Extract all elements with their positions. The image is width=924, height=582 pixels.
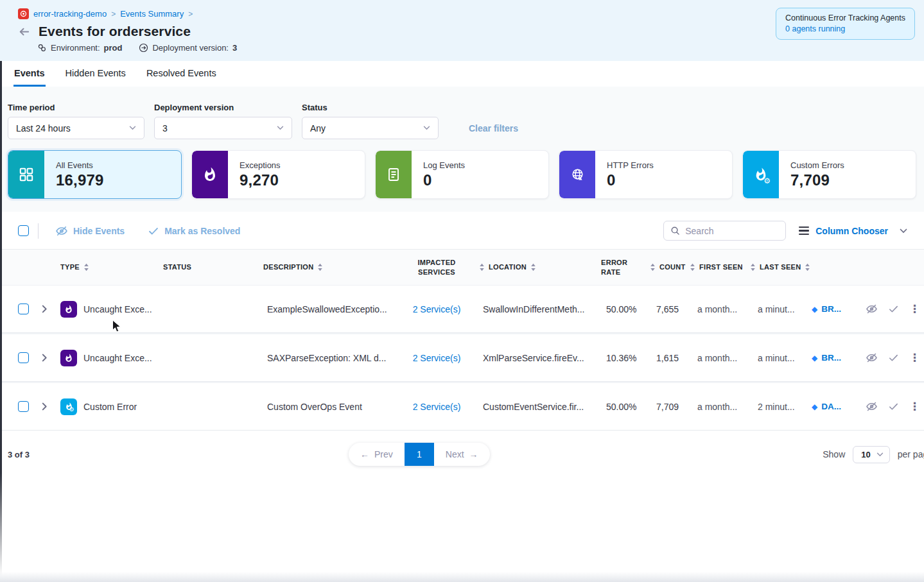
sort-icon[interactable] — [650, 263, 656, 271]
event-type-label: Custom Error — [83, 402, 137, 412]
hide-events-button[interactable]: Hide Events — [55, 225, 125, 237]
document-icon — [386, 167, 401, 182]
hamburger-icon — [799, 227, 809, 235]
jira-ticket-link[interactable]: ◆ BR... — [803, 353, 857, 363]
stat-card-icon: ⚙ — [743, 151, 779, 198]
sort-icon[interactable] — [317, 263, 323, 271]
flame-icon — [64, 305, 73, 314]
row-expand-chevron[interactable] — [33, 354, 55, 362]
row-checkbox[interactable] — [18, 304, 29, 314]
stat-cards-row: ⚙ All Events 16,979 ⚙ Exceptions 9,270 — [8, 150, 916, 199]
breadcrumb-link-project[interactable]: error-tracking-demo — [33, 9, 107, 19]
ticket-label: BR... — [821, 353, 841, 363]
table-row[interactable]: ⚙ Uncaught Exce... SAXParseException: XM… — [0, 334, 924, 382]
column-chooser-label: Column Chooser — [815, 226, 888, 236]
sort-icon[interactable] — [83, 263, 89, 271]
row-checkbox[interactable] — [18, 352, 29, 363]
gear-icon: ⚙ — [763, 177, 771, 185]
sort-icon[interactable] — [479, 263, 485, 271]
row-checkbox[interactable] — [18, 401, 29, 412]
stat-card-value: 16,979 — [56, 171, 104, 189]
breadcrumb-separator: > — [111, 10, 116, 19]
table-footer: 3 of 3 ← Prev 1 Next → Show 10 per page — [0, 442, 924, 466]
deployment-meta: Deployment version: 3 — [139, 43, 237, 53]
hide-event-icon[interactable] — [866, 400, 878, 413]
mark-resolved-button[interactable]: Mark as Resolved — [148, 225, 240, 237]
prev-page-button[interactable]: ← Prev — [349, 443, 405, 466]
back-arrow-icon[interactable] — [18, 26, 30, 38]
agents-running-link[interactable]: 0 agents running — [785, 24, 905, 33]
error-rate-value: 10.36% — [596, 353, 645, 363]
tab-label: Resolved Events — [146, 68, 216, 78]
impacted-services-link[interactable]: 2 Service(s) — [399, 353, 474, 363]
tab-events[interactable]: Events — [13, 61, 46, 87]
stat-card-label: Log Events — [423, 160, 465, 170]
column-header-type[interactable]: TYPE — [55, 262, 158, 271]
column-chooser-button[interactable]: Column Chooser — [799, 226, 907, 236]
column-header-label: ERROR RATE — [601, 258, 632, 277]
resolve-event-icon[interactable] — [888, 352, 899, 363]
sort-icon[interactable] — [530, 263, 536, 271]
column-header-last-seen[interactable]: LAST SEEN — [745, 262, 803, 271]
column-header-count[interactable]: COUNT — [645, 262, 684, 271]
search-icon — [670, 226, 680, 235]
select-all-checkbox[interactable] — [18, 225, 29, 236]
page-size-select[interactable]: 10 — [853, 446, 889, 463]
mark-resolved-label: Mark as Resolved — [164, 226, 240, 236]
column-header-description[interactable]: DESCRIPTION — [258, 262, 399, 271]
jira-ticket-link[interactable]: ◆ BR... — [803, 304, 857, 314]
tab-resolved-events[interactable]: Resolved Events — [146, 61, 217, 87]
time-period-label: Time period — [8, 103, 144, 112]
row-expand-chevron[interactable] — [33, 305, 55, 313]
stat-card-custom-errors[interactable]: ⚙ Custom Errors 7,709 — [742, 150, 916, 199]
resolve-event-icon[interactable] — [888, 304, 899, 314]
table-row[interactable]: ⚙ Custom Error Custom OverOps Event 2 Se… — [0, 383, 924, 431]
row-expand-chevron[interactable] — [33, 402, 55, 411]
next-page-button[interactable]: Next → — [434, 443, 490, 466]
impacted-services-link[interactable]: 2 Service(s) — [399, 402, 474, 412]
hide-event-icon[interactable] — [866, 303, 878, 315]
row-menu-icon[interactable]: ⋮ — [909, 401, 920, 412]
chevron-down-icon — [900, 228, 907, 234]
column-header-impacted-services[interactable]: IMPACTED SERVICES — [399, 258, 474, 277]
chevron-down-icon — [129, 126, 136, 130]
hide-event-icon[interactable] — [866, 352, 878, 364]
impacted-services-link[interactable]: 2 Service(s) — [399, 304, 474, 314]
stat-card-value: 0 — [607, 171, 654, 189]
row-menu-icon[interactable]: ⋮ — [909, 352, 920, 363]
page-size-value: 10 — [861, 450, 870, 459]
column-header-error-rate[interactable]: ERROR RATE — [596, 258, 645, 277]
stat-card-log-events[interactable]: ⚙ Log Events 0 — [375, 150, 549, 199]
resolve-event-icon[interactable] — [888, 401, 899, 412]
deployment-version-select[interactable]: 3 — [154, 117, 292, 139]
row-menu-icon[interactable]: ⋮ — [909, 304, 920, 314]
search-box[interactable] — [663, 221, 786, 241]
sort-icon[interactable] — [805, 263, 810, 271]
stat-card-label: All Events — [56, 160, 104, 170]
status-label: Status — [302, 103, 439, 112]
current-page-button[interactable]: 1 — [405, 443, 434, 466]
stat-card-value: 9,270 — [240, 171, 281, 189]
column-header-label: LOCATION — [489, 262, 527, 271]
search-input[interactable] — [685, 226, 779, 236]
stat-card-exceptions[interactable]: ⚙ Exceptions 9,270 — [191, 150, 365, 199]
sort-icon[interactable] — [690, 263, 695, 271]
stat-card-all-events[interactable]: ⚙ All Events 16,979 — [8, 150, 182, 199]
sort-icon[interactable] — [750, 263, 756, 271]
status-select[interactable]: Any — [302, 117, 439, 139]
breadcrumb-link-events-summary[interactable]: Events Summary — [120, 9, 184, 19]
stat-card-icon: ⚙ — [8, 151, 44, 198]
jira-ticket-link[interactable]: ◆ DA... — [803, 402, 857, 411]
tab-hidden-events[interactable]: Hidden Events — [65, 61, 126, 87]
time-period-select[interactable]: Last 24 hours — [8, 117, 144, 139]
clear-filters-button[interactable]: Clear filters — [469, 123, 518, 133]
column-header-location[interactable]: LOCATION — [474, 262, 596, 271]
first-seen-value: a month... — [684, 353, 745, 363]
stat-card-http-errors[interactable]: ⚙ HTTP Errors 0 — [559, 150, 733, 199]
column-header-first-seen[interactable]: FIRST SEEN — [684, 262, 745, 271]
stat-card-value: 0 — [423, 171, 465, 189]
table-row[interactable]: ⚙ Uncaught Exce... ExampleSwallowedExcep… — [0, 286, 924, 333]
table-toolbar: Hide Events Mark as Resolved Column Choo… — [0, 212, 924, 250]
column-header-status[interactable]: STATUS — [158, 262, 258, 271]
column-header-label: DESCRIPTION — [263, 262, 313, 271]
